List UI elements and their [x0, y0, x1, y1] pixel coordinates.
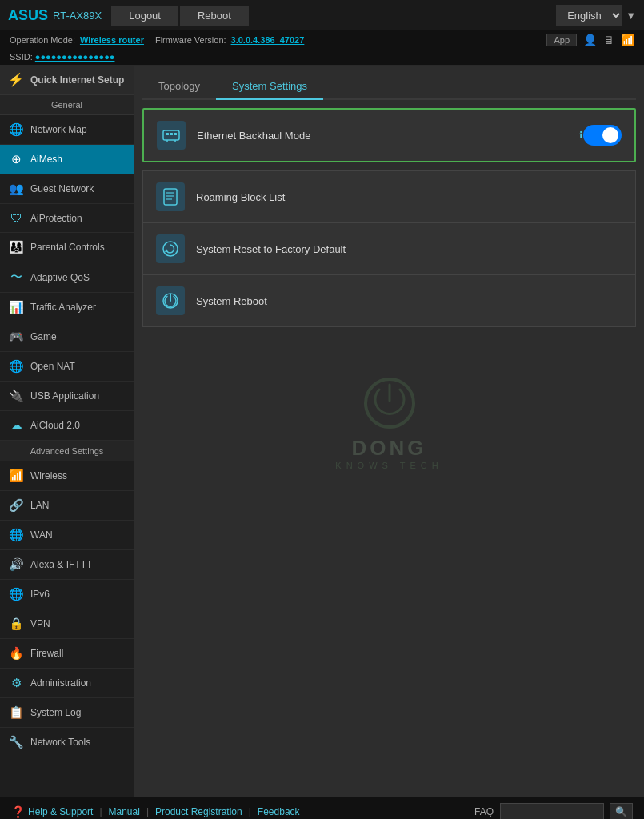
lan-icon: 🔗 — [8, 498, 24, 513]
ethernet-backhaul-icon — [157, 121, 186, 150]
footer-search-input[interactable] — [500, 803, 604, 820]
game-label: Game — [30, 331, 57, 342]
sidebar-item-traffic-analyzer[interactable]: 📊 Traffic Analyzer — [0, 293, 134, 322]
sidebar-item-parental-controls[interactable]: 👨‍👩‍👧 Parental Controls — [0, 233, 134, 262]
administration-icon: ⚙ — [8, 676, 24, 690]
network-map-label: Network Map — [30, 124, 87, 135]
ipv6-icon: 🌐 — [8, 587, 24, 601]
model-name: RT-AX89X — [53, 10, 102, 22]
sidebar-item-alexa[interactable]: 🔊 Alexa & IFTTT — [0, 550, 134, 580]
sidebar-item-game[interactable]: 🎮 Game — [0, 322, 134, 352]
ethernet-backhaul-panel: Ethernet Backhaul Mode ℹ — [142, 108, 636, 162]
alexa-icon: 🔊 — [8, 557, 24, 572]
lan-label: LAN — [30, 500, 49, 511]
help-support-link[interactable]: Help & Support — [28, 806, 93, 817]
system-log-icon: 📋 — [8, 705, 24, 720]
settings-panel: Roaming Block List System Reset to Facto… — [142, 170, 636, 327]
roaming-block-list-icon — [156, 182, 185, 211]
ssid-row: SSID: ●●●●●●●●●●●●●●● — [0, 50, 644, 66]
adaptive-qos-icon: 〜 — [8, 270, 24, 285]
chevron-down-icon: ▼ — [626, 10, 636, 22]
ssid-value: ●●●●●●●●●●●●●●● — [35, 52, 115, 62]
faq-label: FAQ — [474, 806, 494, 817]
ssid-label: SSID: — [10, 52, 33, 62]
info-bar: Operation Mode: Wireless router Firmware… — [0, 30, 644, 50]
ethernet-backhaul-toggle[interactable] — [583, 125, 622, 146]
sidebar: ⚡ Quick Internet Setup General 🌐 Network… — [0, 66, 134, 797]
sidebar-item-firewall[interactable]: 🔥 Firewall — [0, 639, 134, 669]
system-reboot-label: System Reboot — [196, 295, 622, 307]
svg-rect-4 — [166, 133, 169, 135]
sidebar-section-general: General — [0, 94, 134, 115]
feedback-link[interactable]: Feedback — [258, 806, 300, 817]
wan-label: WAN — [30, 529, 53, 541]
open-nat-label: Open NAT — [30, 361, 75, 372]
traffic-analyzer-label: Traffic Analyzer — [30, 302, 96, 313]
sidebar-section-advanced: Advanced Settings — [0, 441, 134, 461]
wan-icon: 🌐 — [8, 528, 24, 542]
sidebar-item-vpn[interactable]: 🔒 VPN — [0, 609, 134, 639]
sidebar-item-wireless[interactable]: 📶 Wireless — [0, 461, 134, 491]
watermark: DONG KNOWS TECH — [142, 327, 636, 518]
sidebar-item-administration[interactable]: ⚙ Administration — [0, 669, 134, 698]
usb-application-icon: 🔌 — [8, 389, 24, 403]
logout-button[interactable]: Logout — [111, 6, 178, 26]
quick-internet-icon: ⚡ — [8, 72, 24, 87]
top-bar: ASUS RT-AX89X Logout Reboot English ▼ — [0, 0, 644, 30]
adaptive-qos-label: Adaptive QoS — [30, 272, 90, 283]
manual-link[interactable]: Manual — [109, 806, 140, 817]
sidebar-item-network-tools[interactable]: 🔧 Network Tools — [0, 728, 134, 757]
aiprotection-icon: 🛡 — [8, 211, 24, 225]
sidebar-item-aicloud[interactable]: ☁ AiCloud 2.0 — [0, 411, 134, 441]
sidebar-item-system-log[interactable]: 📋 System Log — [0, 698, 134, 728]
game-icon: 🎮 — [8, 330, 24, 344]
svg-point-11 — [163, 242, 178, 256]
sidebar-item-aiprotection[interactable]: 🛡 AiProtection — [0, 204, 134, 233]
aicloud-icon: ☁ — [8, 418, 24, 433]
alexa-label: Alexa & IFTTT — [30, 559, 92, 570]
system-reboot-row[interactable]: System Reboot — [143, 275, 635, 326]
footer-help: ❓ Help & Support | Manual | Product Regi… — [11, 805, 300, 818]
vpn-label: VPN — [30, 618, 50, 629]
network-tools-icon: 🔧 — [8, 735, 24, 749]
system-reset-row[interactable]: System Reset to Factory Default — [143, 223, 635, 275]
help-icon: ❓ — [11, 805, 25, 818]
footer-search-button[interactable]: 🔍 — [610, 803, 633, 820]
quick-internet-label: Quick Internet Setup — [30, 74, 124, 86]
sidebar-item-wan[interactable]: 🌐 WAN — [0, 521, 134, 550]
sidebar-item-lan[interactable]: 🔗 LAN — [0, 491, 134, 521]
tab-system-settings[interactable]: System Settings — [216, 74, 323, 100]
parental-controls-label: Parental Controls — [30, 242, 105, 253]
sidebar-item-guest-network[interactable]: 👥 Guest Network — [0, 174, 134, 204]
sidebar-item-quick-internet[interactable]: ⚡ Quick Internet Setup — [0, 66, 134, 94]
sidebar-item-usb-application[interactable]: 🔌 USB Application — [0, 382, 134, 411]
network-tools-label: Network Tools — [30, 737, 90, 748]
firmware-value: 3.0.0.4.386_47027 — [231, 35, 305, 45]
svg-rect-5 — [170, 133, 173, 135]
tab-bar: Topology System Settings — [142, 74, 636, 100]
roaming-block-list-row[interactable]: Roaming Block List — [143, 171, 635, 223]
operation-mode-label: Operation Mode: — [10, 35, 75, 45]
asus-logo: ASUS — [8, 7, 48, 24]
firewall-label: Firewall — [30, 648, 63, 659]
svg-marker-12 — [165, 249, 168, 252]
parental-controls-icon: 👨‍👩‍👧 — [8, 240, 24, 254]
system-reset-icon — [156, 234, 185, 263]
usb-application-label: USB Application — [30, 390, 99, 402]
ethernet-backhaul-label: Ethernet Backhaul Mode — [197, 130, 574, 142]
app-button[interactable]: App — [546, 34, 577, 46]
wireless-label: Wireless — [30, 470, 67, 481]
tab-topology[interactable]: Topology — [142, 74, 216, 100]
sidebar-item-aimesh[interactable]: ⊕ AiMesh — [0, 145, 134, 174]
sidebar-item-ipv6[interactable]: 🌐 IPv6 — [0, 580, 134, 609]
sidebar-item-network-map[interactable]: 🌐 Network Map — [0, 115, 134, 145]
language-select[interactable]: English — [556, 5, 622, 26]
firewall-icon: 🔥 — [8, 646, 24, 661]
footer: ❓ Help & Support | Manual | Product Regi… — [0, 797, 644, 819]
reboot-button[interactable]: Reboot — [180, 6, 249, 26]
sidebar-item-open-nat[interactable]: 🌐 Open NAT — [0, 352, 134, 382]
guest-network-icon: 👥 — [8, 182, 24, 196]
product-registration-link[interactable]: Product Registration — [155, 806, 242, 817]
svg-rect-6 — [174, 133, 177, 135]
sidebar-item-adaptive-qos[interactable]: 〜 Adaptive QoS — [0, 262, 134, 293]
